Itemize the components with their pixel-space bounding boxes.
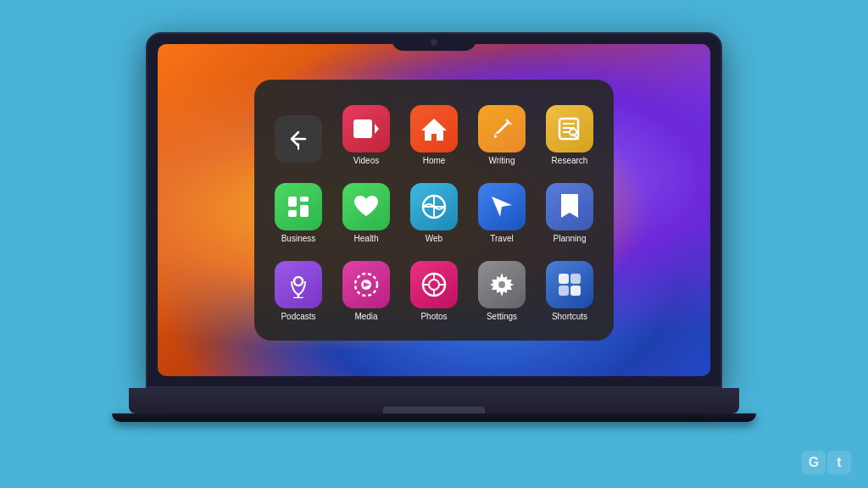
app-travel[interactable]: Travel xyxy=(471,173,532,247)
back-icon xyxy=(275,115,322,163)
home-icon xyxy=(410,105,458,152)
web-icon xyxy=(410,183,458,230)
planning-label: Planning xyxy=(554,234,587,244)
app-web[interactable]: Web xyxy=(403,173,465,247)
svg-point-23 xyxy=(429,280,439,290)
back-button[interactable] xyxy=(268,95,329,169)
app-business[interactable]: Business xyxy=(268,173,329,247)
podcasts-label: Podcasts xyxy=(281,312,315,322)
health-label: Health xyxy=(354,234,379,244)
media-label: Media xyxy=(354,312,377,322)
photos-icon xyxy=(410,261,458,308)
svg-point-29 xyxy=(498,281,505,288)
videos-label: Videos xyxy=(353,156,379,166)
svg-rect-0 xyxy=(353,119,372,138)
writing-icon xyxy=(478,105,526,152)
podcasts-icon xyxy=(275,261,322,308)
gt-logo: G t xyxy=(802,451,851,474)
svg-rect-11 xyxy=(288,210,297,217)
laptop-hinge xyxy=(112,413,756,422)
gt-g-letter: G xyxy=(802,451,826,474)
planning-icon xyxy=(546,183,593,230)
app-panel: Videos Home xyxy=(254,80,614,341)
camera-indicator xyxy=(431,39,437,46)
notch xyxy=(392,34,476,51)
photos-label: Photos xyxy=(420,312,447,322)
svg-rect-32 xyxy=(559,286,569,296)
business-icon xyxy=(275,183,322,230)
svg-rect-31 xyxy=(570,274,581,284)
business-label: Business xyxy=(281,234,316,244)
app-research[interactable]: Research xyxy=(539,95,600,169)
app-photos[interactable]: Photos xyxy=(403,251,465,325)
app-planning[interactable]: Planning xyxy=(539,173,600,247)
svg-rect-30 xyxy=(559,274,569,284)
laptop-screen: Videos Home xyxy=(146,32,722,388)
svg-rect-12 xyxy=(300,205,309,217)
svg-point-16 xyxy=(294,277,303,286)
travel-label: Travel xyxy=(490,234,513,244)
wallpaper: Videos Home xyxy=(158,44,710,376)
writing-label: Writing xyxy=(489,156,515,166)
research-label: Research xyxy=(552,156,588,166)
svg-marker-1 xyxy=(375,124,379,134)
laptop-wrapper: Videos Home xyxy=(129,32,739,456)
svg-rect-33 xyxy=(570,286,581,296)
svg-marker-2 xyxy=(421,119,447,141)
travel-icon xyxy=(478,183,526,230)
media-icon xyxy=(342,261,390,308)
gt-t-letter: t xyxy=(827,451,851,474)
svg-rect-9 xyxy=(288,197,297,207)
videos-icon xyxy=(342,105,390,152)
app-writing[interactable]: Writing xyxy=(471,95,532,169)
health-icon xyxy=(342,183,390,230)
research-icon xyxy=(546,105,593,152)
settings-label: Settings xyxy=(487,312,517,322)
svg-rect-10 xyxy=(300,197,309,202)
app-shortcuts[interactable]: Shortcuts xyxy=(539,251,600,325)
screen-display: Videos Home xyxy=(158,44,710,376)
shortcuts-label: Shortcuts xyxy=(552,312,587,322)
home-label: Home xyxy=(423,156,446,166)
app-settings[interactable]: Settings xyxy=(471,251,532,325)
web-label: Web xyxy=(426,234,442,244)
laptop-base xyxy=(129,388,739,413)
app-home[interactable]: Home xyxy=(403,95,465,169)
app-health[interactable]: Health xyxy=(336,173,397,247)
app-podcasts[interactable]: Podcasts xyxy=(268,251,329,325)
settings-icon xyxy=(478,261,526,308)
shortcuts-icon xyxy=(546,261,593,308)
app-media[interactable]: Media xyxy=(336,251,397,325)
app-videos[interactable]: Videos xyxy=(336,95,397,169)
